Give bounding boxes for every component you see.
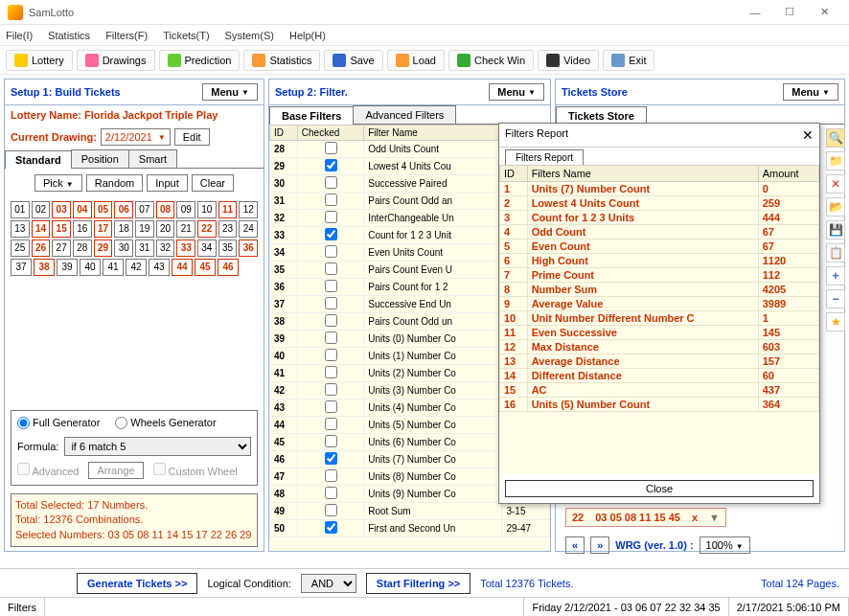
number-9[interactable]: 09	[176, 201, 195, 218]
generate-tickets-button[interactable]: Generate Tickets >>	[77, 573, 197, 594]
table-row[interactable]: 2Lowest 4 Units Count259	[500, 196, 819, 211]
number-17[interactable]: 17	[94, 220, 113, 238]
table-row[interactable]: 9Average Value3989	[500, 297, 819, 311]
filter-checkbox[interactable]	[325, 142, 337, 154]
formula-select[interactable]: if 6 match 5	[64, 437, 251, 456]
number-32[interactable]: 32	[156, 240, 175, 257]
clear-button[interactable]: Clear	[192, 174, 234, 192]
prediction-button[interactable]: Prediction	[159, 50, 241, 71]
number-42[interactable]: 42	[126, 259, 147, 276]
filter-checkbox[interactable]	[325, 349, 337, 361]
table-row[interactable]: 49Root Sum3-15	[270, 503, 550, 520]
logical-condition-select[interactable]: AND	[301, 574, 356, 593]
table-row[interactable]: 10Unit Number Different Number C1	[500, 311, 819, 326]
number-40[interactable]: 40	[80, 259, 101, 276]
number-24[interactable]: 24	[239, 220, 258, 238]
video-button[interactable]: Video	[538, 50, 599, 71]
number-45[interactable]: 45	[195, 259, 216, 276]
store-menu-button[interactable]: Menu▼	[783, 83, 838, 101]
number-46[interactable]: 46	[218, 259, 239, 276]
filter-checkbox[interactable]	[325, 400, 337, 413]
number-44[interactable]: 44	[172, 259, 193, 276]
number-18[interactable]: 18	[114, 220, 133, 238]
number-20[interactable]: 20	[156, 220, 175, 238]
menu-filei[interactable]: File(I)	[6, 30, 33, 41]
save-button[interactable]: Save	[324, 50, 382, 71]
plus-icon[interactable]: +	[826, 266, 845, 285]
edit-button[interactable]: Edit	[174, 128, 210, 146]
minimize-button[interactable]: —	[738, 7, 772, 18]
number-6[interactable]: 06	[114, 201, 133, 218]
search-icon[interactable]: 🔍	[826, 128, 845, 148]
setup2-menu-button[interactable]: Menu▼	[489, 83, 544, 101]
filter-checkbox[interactable]	[325, 176, 337, 189]
number-28[interactable]: 28	[73, 240, 92, 257]
input-button[interactable]: Input	[147, 174, 187, 192]
number-3[interactable]: 03	[52, 201, 71, 218]
arrange-button[interactable]: Arrange	[88, 462, 143, 479]
tab-base-filters[interactable]: Base Filters	[269, 106, 354, 125]
filter-checkbox[interactable]	[325, 504, 337, 516]
report-table[interactable]: IDFilters NameAmount1Units (7) Number Co…	[499, 165, 819, 474]
table-row[interactable]: 4Odd Count67	[500, 225, 819, 240]
filter-checkbox[interactable]	[325, 262, 337, 275]
table-row[interactable]: 11Even Successive145	[500, 326, 819, 340]
disk-icon[interactable]: 💾	[826, 220, 845, 240]
number-25[interactable]: 25	[11, 240, 30, 257]
filter-checkbox[interactable]	[325, 245, 337, 258]
filter-checkbox[interactable]	[325, 159, 337, 171]
number-29[interactable]: 29	[94, 240, 113, 257]
table-row[interactable]: 1Units (7) Number Count0	[500, 182, 819, 196]
number-39[interactable]: 39	[57, 259, 78, 276]
wheels-generator-radio[interactable]: Wheels Generator	[115, 417, 216, 429]
menu-ticketst[interactable]: Tickets(T)	[163, 30, 209, 41]
tab-standard[interactable]: Standard	[5, 150, 72, 169]
tab-position[interactable]: Position	[71, 149, 129, 168]
filter-checkbox[interactable]	[325, 314, 337, 327]
pick-button[interactable]: Pick ▼	[34, 174, 82, 192]
filter-checkbox[interactable]	[325, 228, 337, 240]
number-13[interactable]: 13	[11, 220, 30, 238]
table-row[interactable]: 12Max Distance603	[500, 340, 819, 354]
report-close-button[interactable]: Close	[505, 480, 814, 497]
number-16[interactable]: 16	[73, 220, 92, 238]
filter-checkbox[interactable]	[325, 487, 337, 499]
filter-checkbox[interactable]	[325, 521, 337, 534]
full-generator-radio[interactable]: Full Generator	[17, 417, 100, 429]
number-12[interactable]: 12	[239, 201, 258, 218]
report-close-icon[interactable]: ✕	[802, 127, 814, 143]
table-row[interactable]: 6High Count1120	[500, 254, 819, 268]
number-14[interactable]: 14	[32, 220, 51, 238]
number-33[interactable]: 33	[176, 240, 195, 257]
filter-checkbox[interactable]	[325, 280, 337, 292]
nav-next-button[interactable]: »	[590, 536, 609, 554]
filter-checkbox[interactable]	[325, 297, 337, 309]
ticket-remove-icon[interactable]: x	[692, 512, 698, 523]
number-38[interactable]: 38	[34, 259, 55, 276]
filter-checkbox[interactable]	[325, 435, 337, 447]
chevron-down-icon[interactable]: ▼	[709, 512, 720, 523]
star-icon[interactable]: ★	[826, 312, 845, 331]
number-41[interactable]: 41	[103, 259, 124, 276]
filter-checkbox[interactable]	[325, 418, 337, 430]
filter-checkbox[interactable]	[325, 366, 337, 378]
number-43[interactable]: 43	[149, 259, 170, 276]
number-35[interactable]: 35	[218, 240, 238, 257]
menu-statistics[interactable]: Statistics	[48, 30, 90, 41]
lottery-button[interactable]: Lottery	[6, 50, 73, 71]
number-34[interactable]: 34	[197, 240, 217, 257]
custom-wheel-checkbox[interactable]: Custom Wheel	[153, 463, 238, 477]
number-26[interactable]: 26	[32, 240, 51, 257]
menu-filtersf[interactable]: Filters(F)	[105, 30, 148, 41]
number-10[interactable]: 10	[197, 201, 217, 218]
random-button[interactable]: Random	[86, 174, 144, 192]
table-row[interactable]: 13Average Distance157	[500, 354, 819, 369]
number-27[interactable]: 27	[52, 240, 71, 257]
number-30[interactable]: 30	[114, 240, 133, 257]
copy-icon[interactable]: 📋	[826, 243, 845, 262]
menu-helph[interactable]: Help(H)	[289, 30, 326, 41]
number-11[interactable]: 11	[218, 201, 238, 218]
filter-checkbox[interactable]	[325, 383, 337, 396]
number-36[interactable]: 36	[239, 240, 258, 257]
table-row[interactable]: 14Different Distance60	[500, 369, 819, 383]
